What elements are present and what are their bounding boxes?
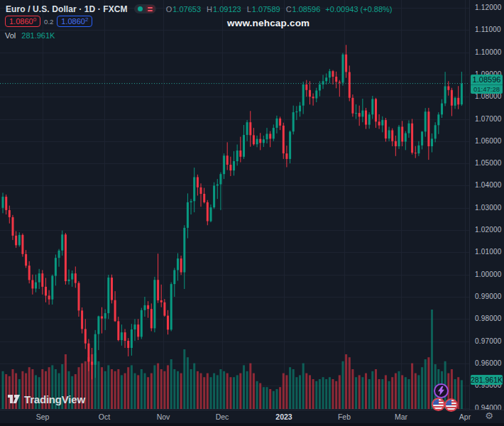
candle <box>78 281 80 317</box>
candle <box>253 128 255 146</box>
volume-bar <box>121 375 123 409</box>
time-tick-label: Nov <box>157 413 170 421</box>
tradingview-logo-text: TradingView <box>24 393 85 405</box>
volume-bar <box>5 374 7 409</box>
candle <box>345 45 347 77</box>
event-lightning-icon[interactable] <box>434 383 449 398</box>
price-tick-label: 1.01000 <box>475 248 502 256</box>
candle <box>437 112 439 134</box>
tradingview-mark-icon <box>8 394 20 405</box>
candle <box>190 199 192 214</box>
candle <box>266 128 268 143</box>
volume-bar <box>253 373 255 409</box>
candle <box>421 131 423 150</box>
candle <box>339 80 341 97</box>
sell-button[interactable]: 1.08600 <box>5 16 40 27</box>
candle <box>256 136 258 147</box>
volume-bar <box>342 361 344 409</box>
volume-bar <box>381 379 383 409</box>
volume-bar <box>239 373 241 409</box>
volume-bar <box>269 389 271 409</box>
volume-bar <box>187 357 189 409</box>
candle <box>38 269 40 289</box>
volume-bar <box>371 371 373 409</box>
volume-value: 281.961K <box>21 31 55 40</box>
volume-bar <box>180 373 182 409</box>
volume-bar <box>256 381 258 409</box>
price-axis[interactable]: 1.08596 01:47:28 281.961K 1.120001.11000… <box>469 0 504 410</box>
candle <box>388 127 390 141</box>
volume-bar <box>177 371 179 409</box>
volume-bar <box>315 381 317 409</box>
volume-bar <box>207 373 209 409</box>
tradingview-logo[interactable]: TradingView <box>8 393 85 405</box>
tradingview-chart-app: Euro / U.S. Dollar · 1D · FXCM O1.07653 … <box>0 0 504 426</box>
candle <box>127 338 129 356</box>
bar-countdown: 01:47:28 <box>471 84 503 93</box>
candle <box>315 88 317 102</box>
candle <box>193 168 195 212</box>
candle <box>141 308 143 339</box>
candle <box>18 232 21 246</box>
candle <box>21 234 23 257</box>
volume-bar <box>170 359 172 409</box>
volume-bar <box>203 377 205 409</box>
settings-gear-icon[interactable]: ⚙ <box>483 410 495 422</box>
event-us-flag-icon[interactable] <box>444 398 458 412</box>
volume-bar <box>266 387 268 409</box>
candle <box>279 116 281 130</box>
volume-bar <box>127 367 129 409</box>
volume-bar <box>233 377 235 409</box>
candle <box>299 102 301 117</box>
candle <box>153 277 155 332</box>
volume-bar <box>431 310 433 409</box>
candle <box>173 268 175 297</box>
low-label: L <box>247 5 251 13</box>
candle <box>239 137 241 163</box>
price-tick-label: 1.04000 <box>475 181 502 189</box>
candle <box>144 297 146 317</box>
candle <box>55 255 57 286</box>
candle <box>207 200 209 225</box>
sell-lines-icon <box>146 5 155 13</box>
close-value: 1.08596 <box>292 5 321 13</box>
candle <box>335 72 337 89</box>
buy-pip-sup: 2 <box>85 17 88 23</box>
candle <box>68 270 70 285</box>
event-us-flag-icon[interactable] <box>432 398 445 411</box>
symbol-title[interactable]: Euro / U.S. Dollar · 1D · FXCM <box>6 4 128 14</box>
volume-bar <box>375 369 377 409</box>
bottom-strip <box>0 423 504 426</box>
candle <box>246 120 248 141</box>
volume-bar <box>322 377 324 409</box>
volume-bar <box>358 375 361 409</box>
time-axis[interactable]: SepOctNovDec2023FebMarApr <box>0 410 504 423</box>
watermark-link[interactable]: www.nehcap.com <box>227 18 309 28</box>
volume-bar <box>292 369 295 409</box>
volume-bar <box>131 365 133 409</box>
volume-bar <box>276 389 278 409</box>
volume-bar <box>408 379 410 409</box>
volume-label: Vol <box>5 31 16 40</box>
high-label: H <box>207 5 212 13</box>
volume-bar <box>398 371 400 409</box>
candle <box>431 133 433 153</box>
candle <box>150 303 153 331</box>
candle <box>457 86 459 109</box>
candle <box>48 290 50 305</box>
volume-bar <box>417 375 420 409</box>
volume-bar <box>167 365 169 409</box>
low-value: 1.07589 <box>252 5 280 13</box>
volume-bar <box>335 381 337 409</box>
candle <box>15 231 17 248</box>
volume-bar <box>150 373 153 409</box>
volume-bar <box>295 377 297 409</box>
volume-bar <box>246 371 248 409</box>
candle <box>187 193 189 238</box>
candle <box>177 253 179 281</box>
candle <box>415 146 417 158</box>
buy-button[interactable]: 1.08602 <box>57 16 92 27</box>
legend-visibility-toggle[interactable] <box>134 4 156 13</box>
candle <box>226 142 229 170</box>
chart-canvas[interactable] <box>0 0 469 410</box>
